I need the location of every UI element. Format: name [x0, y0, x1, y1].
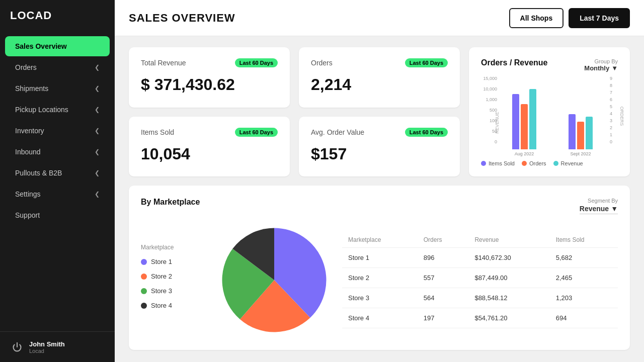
- table-header-orders: Orders: [418, 232, 469, 248]
- cell-items-sold: 1,203: [550, 288, 618, 308]
- sidebar-item-label: Sales Overview: [15, 42, 67, 50]
- power-icon[interactable]: [10, 340, 24, 354]
- cell-revenue: $87,449.00: [468, 267, 549, 288]
- marketplace-table: Marketplace Orders Revenue Items Sold St…: [342, 232, 618, 328]
- sidebar-nav: Sales Overview Orders ❮ Shipments ❮ Pick…: [0, 31, 115, 331]
- sidebar-item-inbound[interactable]: Inbound ❮: [5, 142, 110, 162]
- table-row: Store 1 896 $140,672.30 5,682: [342, 247, 618, 267]
- segment-label: Segment By: [588, 198, 618, 204]
- legend-revenue: Revenue: [553, 160, 583, 166]
- chevron-down-icon: ▼: [611, 205, 618, 213]
- total-revenue-card: Total Revenue Last 60 Days $ 371,430.62: [129, 47, 290, 108]
- legend-dot-store3: [141, 288, 147, 294]
- sidebar-item-orders[interactable]: Orders ❮: [5, 57, 110, 77]
- content-area: Total Revenue Last 60 Days $ 371,430.62 …: [115, 36, 644, 362]
- table-row: Store 4 197 $54,761.20 694: [342, 308, 618, 328]
- user-company: Locad: [29, 348, 65, 354]
- bar-aug-label: Aug 2022: [501, 151, 547, 156]
- cell-orders: 557: [418, 267, 469, 288]
- cell-marketplace: Store 3: [342, 288, 418, 308]
- cell-orders: 197: [418, 308, 469, 328]
- cell-items-sold: 2,465: [550, 267, 618, 288]
- legend-dot-store1: [141, 259, 147, 265]
- logo: LOCAD: [0, 0, 115, 31]
- legend-dot-store4: [141, 303, 147, 309]
- items-sold-value: 10,054: [141, 145, 278, 163]
- chevron-down-icon: ❮: [95, 85, 100, 92]
- table-row: Store 3 564 $88,548.12 1,203: [342, 288, 618, 308]
- y-axis-left: 15,000 10,000 1,000 500 100 50 0: [481, 76, 499, 144]
- sidebar-item-pullouts[interactable]: Pullouts & B2B ❮: [5, 163, 110, 183]
- cell-revenue: $88,548.12: [468, 288, 549, 308]
- page-title: SALES OVERVIEW: [129, 12, 235, 25]
- bar-aug-orders: [521, 104, 528, 149]
- stats-row: Total Revenue Last 60 Days $ 371,430.62 …: [129, 47, 630, 176]
- items-sold-label: Items Sold: [141, 128, 174, 136]
- legend-items-sold: Items Sold: [481, 160, 515, 166]
- avg-order-value-card: Avg. Order Value Last 60 Days $157: [299, 117, 460, 177]
- chevron-down-icon: ❮: [95, 64, 100, 71]
- orders-label: Orders: [311, 59, 333, 67]
- table-header-marketplace: Marketplace: [342, 232, 418, 248]
- sidebar-item-label: Inbound: [15, 148, 41, 156]
- chevron-down-icon: ❮: [95, 127, 100, 134]
- orders-value: 2,214: [311, 75, 448, 94]
- total-revenue-label: Total Revenue: [141, 59, 186, 67]
- sidebar-item-label: Support: [15, 211, 40, 219]
- total-revenue-badge: Last 60 Days: [235, 58, 278, 67]
- marketplace-title: By Marketplace: [141, 198, 200, 207]
- cell-items-sold: 694: [550, 308, 618, 328]
- marketplace-col-title: Marketplace: [141, 244, 206, 251]
- marketplace-card: By Marketplace Segment By Revenue ▼ Mark…: [129, 186, 630, 350]
- legend-dot-revenue: [553, 161, 558, 166]
- legend-dot-orders: [522, 161, 527, 166]
- sidebar-item-inventory[interactable]: Inventory ❮: [5, 121, 110, 141]
- sidebar-item-settings[interactable]: Settings ❮: [5, 184, 110, 204]
- orders-revenue-chart-card: Orders / Revenue Group By Monthly ▼ 15,0…: [469, 47, 630, 176]
- items-sold-card: Items Sold Last 60 Days 10,054: [129, 117, 290, 177]
- chevron-down-icon: ❮: [95, 148, 100, 155]
- cell-marketplace: Store 2: [342, 267, 418, 288]
- chart-legend: Items Sold Orders Revenue: [481, 160, 618, 166]
- user-info: John Smith Locad: [29, 340, 65, 354]
- y-label-left: REVENUE: [495, 112, 500, 134]
- sidebar: LOCAD Sales Overview Orders ❮ Shipments …: [0, 0, 115, 362]
- legend-row-store4: Store 4: [141, 302, 206, 309]
- avg-order-label: Avg. Order Value: [311, 128, 364, 136]
- header-actions: All Shops Last 7 Days: [509, 8, 630, 28]
- table-header-revenue: Revenue: [468, 232, 549, 248]
- chevron-down-icon: ❮: [95, 169, 100, 176]
- all-shops-button[interactable]: All Shops: [509, 8, 564, 28]
- chevron-down-icon: ▼: [611, 64, 618, 72]
- legend-dot-store2: [141, 274, 147, 280]
- cell-marketplace: Store 4: [342, 308, 418, 328]
- cell-revenue: $140,672.30: [468, 247, 549, 267]
- bars-area: Aug 2022 Sept 2022: [501, 89, 604, 156]
- sidebar-item-label: Pullouts & B2B: [15, 169, 62, 177]
- cell-orders: 896: [418, 247, 469, 267]
- y-axis-right: 9 8 7 6 5 4 3 2 1 0: [608, 76, 618, 144]
- group-by-select[interactable]: Monthly ▼: [584, 64, 618, 72]
- legend-row-store1: Store 1: [141, 258, 206, 265]
- pie-svg: [216, 222, 332, 338]
- bar-chart: 15,000 10,000 1,000 500 100 50 0 REVENUE: [481, 76, 618, 156]
- cell-marketplace: Store 1: [342, 247, 418, 267]
- avg-order-badge: Last 60 Days: [405, 128, 448, 137]
- sidebar-item-label: Shipments: [15, 84, 48, 93]
- segment-controls: Segment By Revenue ▼: [580, 198, 618, 214]
- legend-orders: Orders: [522, 160, 546, 166]
- sidebar-footer: John Smith Locad: [0, 331, 115, 362]
- sidebar-item-pickup-locations[interactable]: Pickup Locations ❮: [5, 100, 110, 120]
- sidebar-item-shipments[interactable]: Shipments ❮: [5, 78, 110, 99]
- marketplace-legend: Marketplace Store 1 Store 2 Store 3: [141, 244, 206, 316]
- avg-order-value: $157: [311, 145, 448, 163]
- segment-select[interactable]: Revenue ▼: [580, 205, 618, 214]
- legend-row-store3: Store 3: [141, 287, 206, 295]
- sidebar-item-label: Inventory: [15, 127, 44, 135]
- items-sold-badge: Last 60 Days: [235, 128, 278, 137]
- cell-revenue: $54,761.20: [468, 308, 549, 328]
- sidebar-item-support[interactable]: Support: [5, 205, 110, 225]
- sidebar-item-sales-overview[interactable]: Sales Overview: [5, 36, 110, 56]
- orders-card: Orders Last 60 Days 2,214: [299, 47, 460, 108]
- last-7-days-button[interactable]: Last 7 Days: [569, 8, 630, 28]
